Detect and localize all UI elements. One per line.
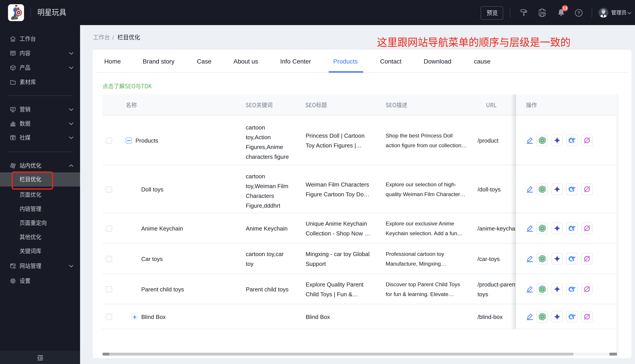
svg-text:?: ?: [577, 10, 580, 15]
svg-text:CDN: CDN: [538, 11, 546, 15]
